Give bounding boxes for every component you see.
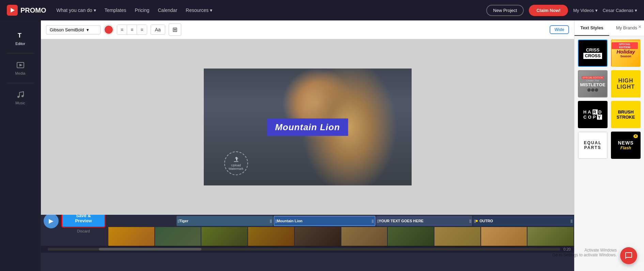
chat-icon	[625, 252, 633, 260]
media-icon	[16, 61, 25, 69]
text-size-button[interactable]: Aa	[151, 25, 165, 35]
logo[interactable]: PROMO	[7, 5, 46, 16]
nav-resources[interactable]: Resources ▾	[186, 7, 212, 13]
thumbnail-6[interactable]	[341, 227, 388, 246]
clip-mountain-lion[interactable]: || Mountain Lion ||	[274, 216, 375, 226]
clip-outro-label: OUTRO	[479, 219, 493, 223]
svg-text:T: T	[18, 32, 21, 39]
music-icon	[16, 91, 25, 99]
chevron-down-icon: ▾	[87, 27, 89, 32]
style-mistletoe[interactable]: SPECIAL EDITION Under The MISTLETOE ⚫⚫⚫	[578, 70, 608, 97]
timeline-track-row: ▶ Save & Preview Discard || Tiger ||	[41, 215, 574, 227]
wide-button[interactable]: Wide	[550, 25, 569, 34]
style-hard-copy[interactable]: H A R D C O P Y	[578, 101, 608, 128]
nav-links: What you can do ▾ Templates Pricing Cale…	[57, 7, 476, 13]
svg-point-5	[21, 95, 24, 97]
text-toolbar: Gibson SemiBold ▾ ≡ ≡ ≡ Aa ⊞ Wide	[41, 20, 574, 39]
color-picker[interactable]	[104, 25, 113, 34]
video-canvas[interactable]: Mountain Lion Upload Watermark	[204, 69, 412, 185]
my-videos-menu[interactable]: My Videos ▾	[573, 8, 597, 13]
style-criss-cross[interactable]: CRISS CROSS	[578, 40, 608, 67]
thumbnail-4[interactable]	[248, 227, 295, 246]
thumbnail-10[interactable]	[527, 227, 574, 246]
timeline-section: ▶ Save & Preview Discard || Tiger ||	[41, 215, 574, 271]
panel-content: CRISS CROSS SPECIAL EDITION Holiday Seas…	[574, 36, 644, 271]
timeline-scrollbar[interactable]	[48, 248, 560, 251]
thumbnail-2[interactable]	[155, 227, 202, 246]
sidebar-item-editor[interactable]: T Editor	[0, 27, 41, 50]
chevron-down-icon: ▾	[635, 8, 637, 13]
chevron-down-icon: ▾	[210, 7, 212, 13]
clip-right-handle[interactable]: ||	[270, 219, 272, 223]
time-display: 0:20	[564, 247, 571, 251]
nav-calendar[interactable]: Calendar	[158, 7, 177, 13]
clip-left-handle[interactable]: ||	[178, 219, 180, 223]
discard-link[interactable]: Discard	[77, 228, 90, 233]
sidebar-item-media[interactable]: Media	[0, 57, 41, 79]
nav-right: New Project Claim Now! My Videos ▾ Cesar…	[486, 5, 637, 16]
left-sidebar: T Editor Media Music	[0, 20, 41, 271]
svg-marker-0	[11, 8, 15, 13]
align-left-button[interactable]: ≡	[117, 25, 127, 34]
align-right-button[interactable]: ≡	[137, 25, 147, 34]
clip-left-handle[interactable]: ||	[377, 219, 379, 223]
nav-pricing[interactable]: Pricing	[135, 7, 149, 13]
right-panel: Text Styles My Brands × CRISS CROSS SPEC…	[574, 20, 644, 271]
claim-now-button[interactable]: Claim Now!	[529, 5, 568, 16]
scrollbar-thumb[interactable]	[99, 248, 201, 251]
align-buttons: ≡ ≡ ≡	[117, 25, 147, 35]
clip-right-handle[interactable]: ||	[372, 219, 374, 223]
nav-what-you-can-do[interactable]: What you can do ▾	[57, 7, 96, 13]
align-center-button[interactable]: ≡	[127, 25, 137, 34]
text-icon: T	[16, 31, 25, 40]
sidebar-divider	[6, 53, 34, 54]
upload-icon	[233, 156, 240, 163]
editor-area: Gibson SemiBold ▾ ≡ ≡ ≡ Aa ⊞ Wide Mount	[41, 20, 574, 271]
canvas-container: Mountain Lion Upload Watermark	[41, 39, 574, 215]
tab-text-styles[interactable]: Text Styles	[574, 20, 609, 36]
chat-widget-button[interactable]	[620, 247, 637, 264]
sidebar-item-music[interactable]: Music	[0, 87, 41, 109]
style-news-flash[interactable]: NEWS Flash ✕	[611, 132, 641, 159]
thumbnail-row	[108, 227, 574, 246]
top-navigation: PROMO What you can do ▾ Templates Pricin…	[0, 0, 644, 20]
text-overlay[interactable]: Mountain Lion	[267, 118, 348, 136]
clip-outro[interactable]: || OUTRO ||	[473, 216, 573, 226]
thumbnail-5[interactable]	[295, 227, 341, 246]
logo-text: PROMO	[20, 6, 46, 14]
timeline-clips: || Tiger || || Mountain Lion || || YOUR …	[176, 215, 574, 227]
logo-icon	[7, 5, 18, 16]
svg-rect-6	[234, 161, 238, 162]
chevron-down-icon: ▾	[595, 8, 598, 13]
svg-point-4	[17, 96, 19, 98]
timeline-bottom: 0:20	[41, 246, 574, 253]
style-brush-stroke[interactable]: BRUSH STROKE	[611, 101, 641, 128]
thumbnail-1[interactable]	[108, 227, 155, 246]
style-highlight[interactable]: HIGH LIGHT	[611, 70, 641, 97]
grid-button[interactable]: ⊞	[169, 24, 181, 36]
clip-tiger[interactable]: || Tiger ||	[177, 216, 273, 226]
clip-left-handle[interactable]: ||	[275, 219, 277, 223]
thumbnail-8[interactable]	[434, 227, 481, 246]
clip-left-handle[interactable]: ||	[474, 219, 476, 223]
sidebar-divider-2	[6, 83, 34, 83]
thumbnail-3[interactable]	[201, 227, 248, 246]
upload-watermark-button[interactable]: Upload Watermark	[224, 151, 248, 175]
svg-marker-3	[19, 64, 22, 66]
style-holiday[interactable]: SPECIAL EDITION Holiday Season	[611, 40, 641, 67]
chevron-down-icon: ▾	[94, 7, 96, 13]
thumbnail-7[interactable]	[388, 227, 434, 246]
clip-right-handle[interactable]: ||	[470, 219, 472, 223]
thumbnail-9[interactable]	[481, 227, 528, 246]
play-button[interactable]: ▶	[44, 213, 59, 228]
main-layout: T Editor Media Music Gibson Sem	[0, 20, 644, 271]
style-equal-parts[interactable]: EQUAL PARTS	[578, 132, 608, 159]
user-menu[interactable]: Cesar Cadenas ▾	[603, 8, 637, 13]
clip-your-text[interactable]: || YOUR TEXT GOES HERE ||	[376, 216, 473, 226]
clip-right-handle[interactable]: ||	[570, 219, 572, 223]
close-panel-button[interactable]: ×	[638, 24, 641, 30]
nav-templates[interactable]: Templates	[105, 7, 126, 13]
font-selector[interactable]: Gibson SemiBold ▾	[46, 25, 101, 34]
panel-header: Text Styles My Brands ×	[574, 20, 644, 36]
new-project-button[interactable]: New Project	[486, 5, 524, 16]
